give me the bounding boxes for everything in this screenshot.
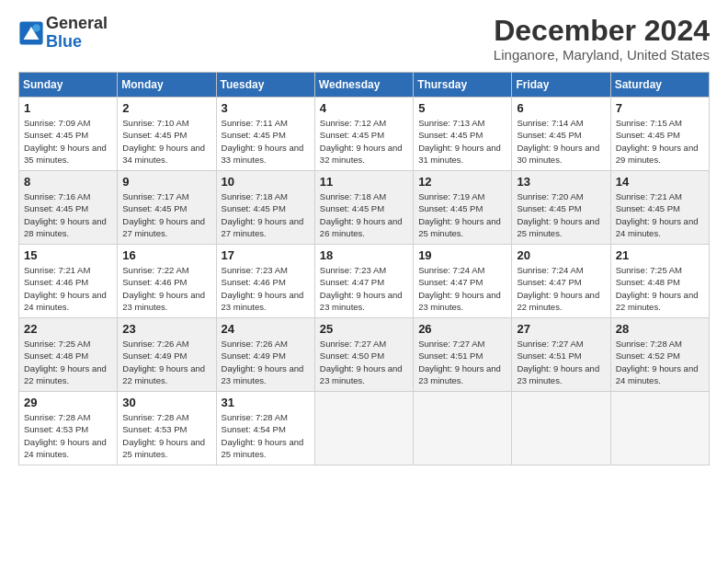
day-number: 13 bbox=[517, 175, 605, 189]
col-header-saturday: Saturday bbox=[610, 73, 709, 98]
day-info: Sunrise: 7:26 AM Sunset: 4:49 PM Dayligh… bbox=[122, 338, 210, 386]
day-number: 18 bbox=[320, 248, 408, 262]
day-info: Sunrise: 7:09 AM Sunset: 4:45 PM Dayligh… bbox=[24, 117, 112, 166]
title-block: December 2024 Linganore, Maryland, Unite… bbox=[494, 15, 710, 63]
col-header-wednesday: Wednesday bbox=[314, 73, 413, 98]
day-number: 6 bbox=[517, 101, 605, 115]
day-number: 10 bbox=[222, 175, 310, 189]
day-number: 3 bbox=[222, 101, 310, 115]
day-number: 4 bbox=[320, 101, 408, 115]
logo-general: General bbox=[46, 15, 108, 33]
day-number: 29 bbox=[24, 396, 112, 409]
day-number: 7 bbox=[616, 101, 704, 115]
day-cell: 26 Sunrise: 7:27 AM Sunset: 4:51 PM Dayl… bbox=[414, 318, 512, 392]
day-number: 28 bbox=[616, 322, 704, 336]
day-info: Sunrise: 7:15 AM Sunset: 4:45 PM Dayligh… bbox=[616, 117, 704, 166]
day-cell: 25 Sunrise: 7:27 AM Sunset: 4:50 PM Dayl… bbox=[314, 318, 413, 392]
day-info: Sunrise: 7:11 AM Sunset: 4:45 PM Dayligh… bbox=[222, 117, 310, 166]
day-cell: 3 Sunrise: 7:11 AM Sunset: 4:45 PM Dayli… bbox=[216, 98, 314, 171]
day-number: 9 bbox=[122, 175, 210, 189]
calendar-table: SundayMondayTuesdayWednesdayThursdayFrid… bbox=[18, 72, 710, 465]
day-info: Sunrise: 7:26 AM Sunset: 4:49 PM Dayligh… bbox=[222, 338, 310, 386]
day-cell bbox=[512, 392, 610, 465]
day-number: 21 bbox=[616, 248, 704, 262]
day-number: 20 bbox=[517, 248, 605, 262]
day-cell: 27 Sunrise: 7:27 AM Sunset: 4:51 PM Dayl… bbox=[512, 318, 610, 392]
day-cell: 19 Sunrise: 7:24 AM Sunset: 4:47 PM Dayl… bbox=[414, 245, 512, 318]
day-cell: 21 Sunrise: 7:25 AM Sunset: 4:48 PM Dayl… bbox=[610, 245, 709, 318]
day-number: 24 bbox=[222, 322, 310, 336]
main-title: December 2024 bbox=[494, 15, 710, 47]
col-header-sunday: Sunday bbox=[19, 73, 118, 98]
day-number: 19 bbox=[418, 248, 506, 262]
day-cell: 18 Sunrise: 7:23 AM Sunset: 4:47 PM Dayl… bbox=[314, 245, 413, 318]
day-info: Sunrise: 7:27 AM Sunset: 4:51 PM Dayligh… bbox=[418, 338, 506, 386]
day-number: 22 bbox=[24, 322, 112, 336]
col-header-friday: Friday bbox=[512, 73, 610, 98]
day-info: Sunrise: 7:27 AM Sunset: 4:51 PM Dayligh… bbox=[517, 338, 605, 386]
day-cell: 23 Sunrise: 7:26 AM Sunset: 4:49 PM Dayl… bbox=[118, 318, 216, 392]
day-number: 31 bbox=[222, 396, 310, 409]
day-cell bbox=[314, 392, 413, 465]
day-info: Sunrise: 7:24 AM Sunset: 4:47 PM Dayligh… bbox=[418, 264, 506, 313]
week-row-5: 29 Sunrise: 7:28 AM Sunset: 4:53 PM Dayl… bbox=[19, 392, 710, 465]
day-number: 30 bbox=[122, 396, 210, 409]
day-cell bbox=[414, 392, 512, 465]
day-cell: 1 Sunrise: 7:09 AM Sunset: 4:45 PM Dayli… bbox=[19, 98, 118, 171]
day-number: 26 bbox=[418, 322, 506, 336]
day-number: 2 bbox=[122, 101, 210, 115]
day-number: 16 bbox=[122, 248, 210, 262]
day-info: Sunrise: 7:13 AM Sunset: 4:45 PM Dayligh… bbox=[418, 117, 506, 166]
day-info: Sunrise: 7:16 AM Sunset: 4:45 PM Dayligh… bbox=[24, 190, 112, 239]
day-info: Sunrise: 7:28 AM Sunset: 4:53 PM Dayligh… bbox=[24, 411, 112, 460]
day-number: 25 bbox=[320, 322, 408, 336]
day-info: Sunrise: 7:18 AM Sunset: 4:45 PM Dayligh… bbox=[222, 190, 310, 239]
day-cell: 11 Sunrise: 7:18 AM Sunset: 4:45 PM Dayl… bbox=[314, 171, 413, 245]
day-number: 17 bbox=[222, 248, 310, 262]
day-cell: 15 Sunrise: 7:21 AM Sunset: 4:46 PM Dayl… bbox=[19, 245, 118, 318]
day-info: Sunrise: 7:18 AM Sunset: 4:45 PM Dayligh… bbox=[320, 190, 408, 239]
page-header: General Blue December 2024 Linganore, Ma… bbox=[18, 15, 710, 63]
day-number: 12 bbox=[418, 175, 506, 189]
logo-icon bbox=[18, 20, 44, 46]
day-cell: 9 Sunrise: 7:17 AM Sunset: 4:45 PM Dayli… bbox=[118, 171, 216, 245]
day-cell: 10 Sunrise: 7:18 AM Sunset: 4:45 PM Dayl… bbox=[216, 171, 314, 245]
day-cell: 2 Sunrise: 7:10 AM Sunset: 4:45 PM Dayli… bbox=[118, 98, 216, 171]
day-cell bbox=[610, 392, 709, 465]
day-info: Sunrise: 7:19 AM Sunset: 4:45 PM Dayligh… bbox=[418, 190, 506, 239]
day-number: 27 bbox=[517, 322, 605, 336]
day-info: Sunrise: 7:14 AM Sunset: 4:45 PM Dayligh… bbox=[517, 117, 605, 166]
logo: General Blue bbox=[18, 15, 108, 52]
day-cell: 20 Sunrise: 7:24 AM Sunset: 4:47 PM Dayl… bbox=[512, 245, 610, 318]
day-info: Sunrise: 7:28 AM Sunset: 4:54 PM Dayligh… bbox=[222, 411, 310, 460]
day-info: Sunrise: 7:25 AM Sunset: 4:48 PM Dayligh… bbox=[616, 264, 704, 313]
day-cell: 16 Sunrise: 7:22 AM Sunset: 4:46 PM Dayl… bbox=[118, 245, 216, 318]
day-number: 5 bbox=[418, 101, 506, 115]
day-info: Sunrise: 7:24 AM Sunset: 4:47 PM Dayligh… bbox=[517, 264, 605, 313]
day-cell: 24 Sunrise: 7:26 AM Sunset: 4:49 PM Dayl… bbox=[216, 318, 314, 392]
day-number: 23 bbox=[122, 322, 210, 336]
day-info: Sunrise: 7:22 AM Sunset: 4:46 PM Dayligh… bbox=[122, 264, 210, 313]
day-info: Sunrise: 7:17 AM Sunset: 4:45 PM Dayligh… bbox=[122, 190, 210, 239]
day-info: Sunrise: 7:28 AM Sunset: 4:53 PM Dayligh… bbox=[122, 411, 210, 460]
day-info: Sunrise: 7:10 AM Sunset: 4:45 PM Dayligh… bbox=[122, 117, 210, 166]
day-cell: 12 Sunrise: 7:19 AM Sunset: 4:45 PM Dayl… bbox=[414, 171, 512, 245]
week-row-2: 8 Sunrise: 7:16 AM Sunset: 4:45 PM Dayli… bbox=[19, 171, 710, 245]
day-cell: 4 Sunrise: 7:12 AM Sunset: 4:45 PM Dayli… bbox=[314, 98, 413, 171]
day-number: 1 bbox=[24, 101, 112, 115]
day-info: Sunrise: 7:20 AM Sunset: 4:45 PM Dayligh… bbox=[517, 190, 605, 239]
day-cell: 30 Sunrise: 7:28 AM Sunset: 4:53 PM Dayl… bbox=[118, 392, 216, 465]
col-header-thursday: Thursday bbox=[414, 73, 512, 98]
day-cell: 17 Sunrise: 7:23 AM Sunset: 4:46 PM Dayl… bbox=[216, 245, 314, 318]
day-cell: 5 Sunrise: 7:13 AM Sunset: 4:45 PM Dayli… bbox=[414, 98, 512, 171]
col-header-monday: Monday bbox=[118, 73, 216, 98]
logo-blue: Blue bbox=[46, 33, 108, 52]
day-info: Sunrise: 7:23 AM Sunset: 4:47 PM Dayligh… bbox=[320, 264, 408, 313]
day-cell: 22 Sunrise: 7:25 AM Sunset: 4:48 PM Dayl… bbox=[19, 318, 118, 392]
day-info: Sunrise: 7:28 AM Sunset: 4:52 PM Dayligh… bbox=[616, 338, 704, 386]
day-cell: 7 Sunrise: 7:15 AM Sunset: 4:45 PM Dayli… bbox=[610, 98, 709, 171]
day-number: 14 bbox=[616, 175, 704, 189]
day-cell: 28 Sunrise: 7:28 AM Sunset: 4:52 PM Dayl… bbox=[610, 318, 709, 392]
day-number: 8 bbox=[24, 175, 112, 189]
day-cell: 14 Sunrise: 7:21 AM Sunset: 4:45 PM Dayl… bbox=[610, 171, 709, 245]
